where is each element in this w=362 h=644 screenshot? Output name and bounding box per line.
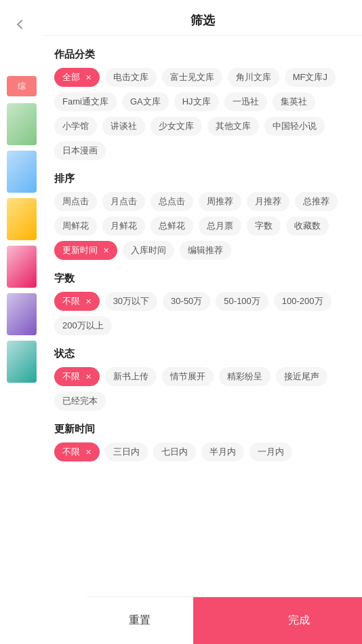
tag-status-已经完本[interactable]: 已经完本 (54, 392, 106, 411)
updatetime-section: 更新时间 不限 ✕ 三日内 七日内 半月内 一月内 (54, 423, 351, 461)
status-section: 状态 不限 ✕ 新书上传 情节展开 精彩纷呈 接近尾声 已经完本 (54, 347, 351, 411)
tag-sort-周鲜花[interactable]: 周鲜花 (54, 216, 97, 235)
tag-updatetime-三日内[interactable]: 三日内 (105, 442, 148, 461)
tag-status-接近尾声[interactable]: 接近尾声 (276, 367, 327, 386)
side-book-2 (7, 151, 37, 193)
chevron-left-icon (17, 20, 26, 29)
tag-category-富士见文库[interactable]: 富士见文库 (162, 68, 222, 87)
tag-sort-总月票[interactable]: 总月票 (199, 216, 241, 235)
sort-section: 排序 周点击 月点击 总点击 周推荐 月推荐 总推荐 周鲜花 月鲜花 总鲜花 总… (54, 172, 351, 260)
close-icon: ✕ (85, 373, 92, 381)
tag-category-全部[interactable]: 全部 ✕ (54, 68, 100, 87)
category-title: 作品分类 (54, 48, 351, 61)
category-tags: 全部 ✕ 电击文库 富士见文库 角川文库 MF文库J Fami通文库 GA文库 … (54, 68, 351, 160)
tag-category-讲谈社[interactable]: 讲谈社 (102, 117, 145, 136)
tag-updatetime-七日内[interactable]: 七日内 (153, 442, 196, 461)
tag-sort-月点击[interactable]: 月点击 (102, 192, 145, 211)
page-header: 筛选 (43, 0, 362, 36)
footer: 重置 完成 (87, 596, 362, 644)
tag-status-新书上传[interactable]: 新书上传 (105, 367, 157, 386)
status-title: 状态 (54, 347, 351, 360)
tag-category-hj文库[interactable]: HJ文库 (174, 92, 219, 111)
wordcount-title: 字数 (54, 272, 351, 285)
tag-category-集英社[interactable]: 集英社 (273, 92, 315, 111)
tag-category-fami通文库[interactable]: Fami通文库 (54, 92, 117, 111)
tag-category-少女文库[interactable]: 少女文库 (150, 117, 202, 136)
updatetime-title: 更新时间 (54, 423, 351, 436)
tag-category-mf文库j[interactable]: MF文库J (285, 68, 336, 87)
tag-wordcount-30-50万[interactable]: 30-50万 (163, 292, 210, 311)
tag-sort-月推荐[interactable]: 月推荐 (247, 192, 289, 211)
tag-wordcount-50-100万[interactable]: 50-100万 (216, 292, 268, 311)
tag-sort-收藏数[interactable]: 收藏数 (286, 216, 329, 235)
tag-sort-总鲜花[interactable]: 总鲜花 (150, 216, 193, 235)
tag-category-日本漫画[interactable]: 日本漫画 (54, 141, 106, 160)
side-book-3 (7, 198, 37, 240)
main-panel: 筛选 作品分类 全部 ✕ 电击文库 富士见文库 角川文库 MF文库J Fami通… (43, 0, 362, 644)
side-book-6 (7, 341, 37, 383)
confirm-button[interactable]: 完成 (193, 597, 362, 644)
close-icon: ✕ (85, 297, 92, 305)
tag-wordcount-30万以下[interactable]: 30万以下 (105, 292, 157, 311)
sort-tags: 周点击 月点击 总点击 周推荐 月推荐 总推荐 周鲜花 月鲜花 总鲜花 总月票 … (54, 192, 351, 260)
tag-sort-周点击[interactable]: 周点击 (54, 192, 97, 211)
tag-wordcount-不限[interactable]: 不限 ✕ (54, 292, 100, 311)
tag-sort-总点击[interactable]: 总点击 (150, 192, 193, 211)
tag-category-电击文库[interactable]: 电击文库 (105, 68, 157, 87)
wordcount-section: 字数 不限 ✕ 30万以下 30-50万 50-100万 100-200万 20… (54, 272, 351, 335)
side-book-5 (7, 293, 37, 335)
tag-updatetime-半月内[interactable]: 半月内 (201, 442, 244, 461)
close-icon: ✕ (103, 246, 109, 254)
tag-sort-更新时间[interactable]: 更新时间 ✕ (54, 241, 117, 260)
tag-wordcount-200万以上[interactable]: 200万以上 (54, 316, 112, 335)
tag-updatetime-不限[interactable]: 不限 ✕ (54, 442, 100, 461)
tag-sort-编辑推荐[interactable]: 编辑推荐 (180, 241, 231, 260)
side-book-4 (7, 246, 37, 288)
side-tag: 综 (7, 76, 37, 96)
tag-sort-字数[interactable]: 字数 (247, 216, 281, 235)
category-section: 作品分类 全部 ✕ 电击文库 富士见文库 角川文库 MF文库J Fami通文库 … (54, 48, 351, 160)
tag-category-中国轻小说[interactable]: 中国轻小说 (264, 117, 325, 136)
tag-status-不限[interactable]: 不限 ✕ (54, 367, 100, 386)
tag-category-小学馆[interactable]: 小学馆 (54, 117, 97, 136)
tag-category-角川文库[interactable]: 角川文库 (228, 68, 279, 87)
tag-sort-周推荐[interactable]: 周推荐 (199, 192, 241, 211)
back-panel: 综 (0, 0, 43, 644)
tag-category-其他文库[interactable]: 其他文库 (207, 117, 259, 136)
side-images (7, 103, 37, 383)
tag-sort-月鲜花[interactable]: 月鲜花 (102, 216, 145, 235)
tag-category-ga文库[interactable]: GA文库 (122, 92, 169, 111)
side-book-1 (7, 103, 37, 145)
tag-status-精彩纷呈[interactable]: 精彩纷呈 (219, 367, 270, 386)
sort-title: 排序 (54, 172, 351, 185)
reset-button[interactable]: 重置 (87, 597, 193, 644)
tag-status-情节展开[interactable]: 情节展开 (162, 367, 214, 386)
tag-wordcount-100-200万[interactable]: 100-200万 (274, 292, 331, 311)
tag-sort-入库时间[interactable]: 入库时间 (123, 241, 174, 260)
status-tags: 不限 ✕ 新书上传 情节展开 精彩纷呈 接近尾声 已经完本 (54, 367, 351, 411)
tag-updatetime-一月内[interactable]: 一月内 (249, 442, 292, 461)
filter-content: 作品分类 全部 ✕ 电击文库 富士见文库 角川文库 MF文库J Fami通文库 … (43, 36, 362, 644)
tag-category-一迅社[interactable]: 一迅社 (224, 92, 267, 111)
wordcount-tags: 不限 ✕ 30万以下 30-50万 50-100万 100-200万 200万以… (54, 292, 351, 335)
close-icon: ✕ (85, 448, 92, 456)
tag-sort-总推荐[interactable]: 总推荐 (295, 192, 338, 211)
page-title: 筛选 (190, 14, 215, 27)
updatetime-tags: 不限 ✕ 三日内 七日内 半月内 一月内 (54, 442, 351, 461)
close-icon: ✕ (85, 73, 92, 81)
back-button[interactable] (11, 14, 33, 35)
